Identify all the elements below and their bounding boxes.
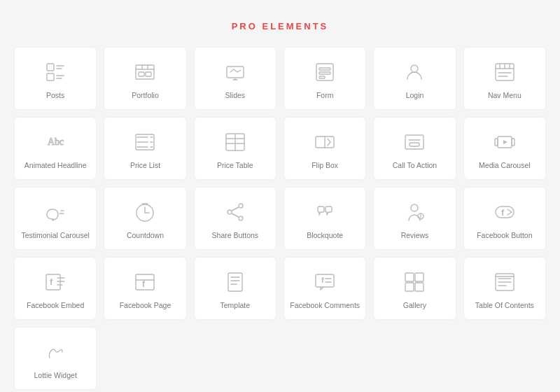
card-flip-box[interactable]: Flip Box bbox=[284, 117, 366, 180]
posts-label: Posts bbox=[46, 91, 64, 101]
facebook-comments-icon: f bbox=[312, 269, 338, 295]
svg-marker-47 bbox=[503, 140, 507, 144]
svg-text:f: f bbox=[50, 276, 53, 287]
flip-box-icon bbox=[312, 129, 338, 155]
media-carousel-label: Media Carousel bbox=[479, 161, 531, 171]
price-list-label: Price List bbox=[130, 161, 160, 171]
countdown-label: Countdown bbox=[127, 231, 164, 241]
card-facebook-comments[interactable]: fFacebook Comments bbox=[284, 257, 366, 320]
card-table-of-contents[interactable]: Table Of Contents bbox=[463, 257, 546, 320]
card-lottie-widget[interactable]: Lottie Widget bbox=[14, 327, 97, 390]
reviews-icon bbox=[401, 199, 428, 225]
blockquote-label: Blockquote bbox=[307, 231, 343, 241]
svg-point-55 bbox=[227, 210, 232, 214]
lottie-widget-label: Lottie Widget bbox=[34, 371, 77, 381]
facebook-page-label: Facebook Page bbox=[120, 301, 172, 311]
login-icon bbox=[401, 59, 428, 85]
template-label: Template bbox=[220, 301, 251, 311]
svg-rect-16 bbox=[319, 68, 330, 70]
countdown-icon bbox=[132, 199, 158, 225]
card-animated-headline[interactable]: AbcAnimated Headline bbox=[14, 117, 97, 180]
price-table-label: Price Table bbox=[217, 161, 253, 171]
slides-icon bbox=[222, 59, 248, 85]
gallery-label: Gallery bbox=[403, 301, 426, 311]
login-label: Login bbox=[406, 91, 424, 101]
card-facebook-button[interactable]: fFacebook Button bbox=[463, 187, 546, 250]
svg-rect-67 bbox=[46, 274, 60, 290]
card-posts[interactable]: Posts bbox=[14, 47, 97, 110]
section-title: PRO ELEMENTS bbox=[14, 21, 546, 31]
lottie-widget-icon bbox=[42, 339, 69, 365]
pro-elements-container: PRO ELEMENTS PostsPortfolioSlidesFormLog… bbox=[14, 14, 546, 390]
svg-rect-45 bbox=[495, 139, 498, 146]
svg-rect-12 bbox=[227, 66, 244, 78]
call-to-action-label: Call To Action bbox=[393, 161, 437, 171]
card-template[interactable]: Template bbox=[194, 257, 276, 320]
svg-rect-75 bbox=[228, 273, 242, 291]
svg-line-57 bbox=[232, 207, 239, 211]
portfolio-label: Portfolio bbox=[132, 91, 159, 101]
card-blockquote[interactable]: Blockquote bbox=[284, 187, 366, 250]
svg-text:f: f bbox=[501, 207, 505, 218]
svg-rect-18 bbox=[319, 76, 325, 78]
svg-point-19 bbox=[411, 65, 418, 72]
svg-text:f: f bbox=[142, 279, 146, 289]
nav-menu-icon bbox=[491, 59, 518, 85]
table-of-contents-label: Table Of Contents bbox=[475, 301, 534, 311]
share-buttons-icon bbox=[222, 199, 248, 225]
svg-line-66 bbox=[507, 212, 512, 215]
card-countdown[interactable]: Countdown bbox=[104, 187, 186, 250]
posts-icon bbox=[42, 59, 69, 85]
card-login[interactable]: Login bbox=[373, 47, 456, 110]
testimonial-carousel-icon bbox=[42, 199, 69, 225]
svg-line-65 bbox=[507, 209, 512, 212]
facebook-comments-label: Facebook Comments bbox=[290, 301, 360, 311]
price-list-icon bbox=[132, 129, 158, 155]
svg-point-54 bbox=[239, 204, 243, 208]
svg-rect-11 bbox=[146, 72, 151, 76]
price-table-icon bbox=[222, 129, 248, 155]
card-testimonial-carousel[interactable]: Testimonial Carousel bbox=[14, 187, 97, 250]
template-icon bbox=[222, 269, 248, 295]
card-price-table[interactable]: Price Table bbox=[194, 117, 276, 180]
svg-text:f: f bbox=[321, 276, 324, 284]
blockquote-icon bbox=[312, 199, 338, 225]
card-reviews[interactable]: Reviews bbox=[373, 187, 456, 250]
reviews-label: Reviews bbox=[401, 231, 429, 241]
slides-label: Slides bbox=[225, 91, 246, 101]
card-media-carousel[interactable]: Media Carousel bbox=[463, 117, 546, 180]
svg-rect-1 bbox=[47, 74, 54, 80]
svg-rect-86 bbox=[415, 283, 424, 291]
table-of-contents-icon bbox=[491, 269, 518, 295]
svg-point-56 bbox=[239, 216, 243, 220]
card-facebook-embed[interactable]: fFacebook Embed bbox=[14, 257, 97, 320]
facebook-button-label: Facebook Button bbox=[477, 231, 532, 241]
call-to-action-icon bbox=[401, 129, 428, 155]
svg-rect-85 bbox=[405, 283, 414, 291]
form-icon bbox=[312, 59, 338, 85]
gallery-icon bbox=[401, 269, 428, 295]
share-buttons-label: Share Buttons bbox=[212, 231, 259, 241]
card-call-to-action[interactable]: Call To Action bbox=[373, 117, 456, 180]
media-carousel-icon bbox=[491, 129, 518, 155]
card-facebook-page[interactable]: fFacebook Page bbox=[104, 257, 186, 320]
card-form[interactable]: Form bbox=[284, 47, 366, 110]
card-share-buttons[interactable]: Share Buttons bbox=[194, 187, 276, 250]
card-slides[interactable]: Slides bbox=[194, 47, 276, 110]
card-price-list[interactable]: Price List bbox=[104, 117, 186, 180]
svg-text:Abc: Abc bbox=[48, 136, 64, 147]
svg-point-59 bbox=[411, 204, 418, 211]
facebook-page-icon: f bbox=[132, 269, 158, 295]
form-label: Form bbox=[316, 91, 334, 101]
card-nav-menu[interactable]: Nav Menu bbox=[463, 47, 546, 110]
card-portfolio[interactable]: Portfolio bbox=[104, 47, 186, 110]
svg-rect-41 bbox=[405, 135, 424, 149]
svg-rect-46 bbox=[512, 139, 514, 146]
svg-rect-17 bbox=[319, 72, 330, 74]
testimonial-carousel-label: Testimonial Carousel bbox=[21, 231, 89, 241]
card-gallery[interactable]: Gallery bbox=[373, 257, 456, 320]
svg-rect-72 bbox=[136, 274, 154, 290]
svg-rect-83 bbox=[405, 273, 414, 281]
svg-rect-79 bbox=[316, 274, 334, 287]
svg-rect-84 bbox=[415, 273, 424, 281]
